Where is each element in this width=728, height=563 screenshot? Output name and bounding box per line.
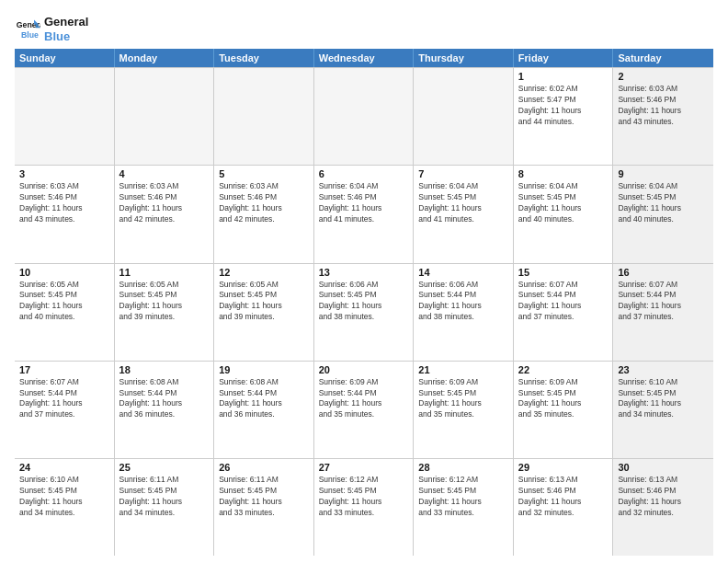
cell-info: Sunrise: 6:07 AMSunset: 5:44 PMDaylight:…: [618, 280, 709, 324]
cell-info: Sunrise: 6:07 AMSunset: 5:44 PMDaylight:…: [19, 377, 109, 421]
cell-info: Sunrise: 6:10 AMSunset: 5:45 PMDaylight:…: [618, 377, 709, 421]
calendar-cell-empty: [214, 68, 314, 165]
day-number: 12: [219, 267, 309, 278]
cell-info: Sunrise: 6:11 AMSunset: 5:45 PMDaylight:…: [219, 475, 309, 519]
calendar-header: SundayMondayTuesdayWednesdayThursdayFrid…: [15, 49, 713, 67]
day-number: 6: [319, 168, 409, 179]
calendar-cell-day-30: 30Sunrise: 6:13 AMSunset: 5:46 PMDayligh…: [613, 459, 713, 556]
day-number: 28: [418, 462, 508, 473]
day-number: 9: [618, 168, 709, 179]
cell-info: Sunrise: 6:02 AMSunset: 5:47 PMDaylight:…: [518, 84, 609, 128]
calendar-cell-day-20: 20Sunrise: 6:09 AMSunset: 5:44 PMDayligh…: [314, 362, 415, 458]
cell-info: Sunrise: 6:05 AMSunset: 5:45 PMDaylight:…: [119, 280, 210, 324]
weekday-header-sunday: Sunday: [15, 49, 115, 67]
day-number: 24: [19, 462, 109, 473]
day-number: 21: [418, 364, 508, 375]
weekday-header-friday: Friday: [514, 49, 614, 67]
cell-info: Sunrise: 6:09 AMSunset: 5:45 PMDaylight:…: [518, 377, 609, 421]
day-number: 18: [119, 364, 210, 375]
day-number: 17: [19, 364, 109, 375]
logo: General Blue General Blue: [15, 15, 88, 43]
calendar-body: 1Sunrise: 6:02 AMSunset: 5:47 PMDaylight…: [15, 67, 713, 556]
calendar-cell-day-5: 5Sunrise: 6:03 AMSunset: 5:46 PMDaylight…: [214, 166, 314, 262]
calendar-cell-day-29: 29Sunrise: 6:13 AMSunset: 5:46 PMDayligh…: [514, 459, 614, 556]
calendar-cell-day-1: 1Sunrise: 6:02 AMSunset: 5:47 PMDaylight…: [514, 68, 614, 165]
day-number: 14: [418, 267, 508, 278]
day-number: 30: [618, 462, 709, 473]
day-number: 23: [618, 364, 709, 375]
weekday-header-monday: Monday: [115, 49, 215, 67]
day-number: 16: [618, 267, 709, 278]
header: General Blue General Blue: [15, 15, 713, 43]
day-number: 3: [19, 168, 109, 179]
calendar-cell-day-23: 23Sunrise: 6:10 AMSunset: 5:45 PMDayligh…: [613, 362, 713, 458]
calendar-cell-day-26: 26Sunrise: 6:11 AMSunset: 5:45 PMDayligh…: [214, 459, 314, 556]
day-number: 7: [418, 168, 508, 179]
calendar-row-2: 3Sunrise: 6:03 AMSunset: 5:46 PMDaylight…: [15, 165, 713, 262]
calendar-cell-day-21: 21Sunrise: 6:09 AMSunset: 5:45 PMDayligh…: [414, 362, 514, 458]
cell-info: Sunrise: 6:08 AMSunset: 5:44 PMDaylight:…: [219, 377, 309, 421]
day-number: 8: [518, 168, 609, 179]
day-number: 25: [119, 462, 210, 473]
calendar-cell-day-12: 12Sunrise: 6:05 AMSunset: 5:45 PMDayligh…: [214, 264, 314, 361]
cell-info: Sunrise: 6:05 AMSunset: 5:45 PMDaylight:…: [19, 280, 109, 324]
weekday-header-tuesday: Tuesday: [214, 49, 314, 67]
weekday-header-saturday: Saturday: [613, 49, 713, 67]
calendar-cell-day-10: 10Sunrise: 6:05 AMSunset: 5:45 PMDayligh…: [15, 264, 115, 361]
calendar-cell-day-6: 6Sunrise: 6:04 AMSunset: 5:46 PMDaylight…: [314, 166, 415, 262]
cell-info: Sunrise: 6:04 AMSunset: 5:45 PMDaylight:…: [518, 181, 609, 225]
day-number: 20: [319, 364, 409, 375]
day-number: 10: [19, 267, 109, 278]
calendar-cell-day-2: 2Sunrise: 6:03 AMSunset: 5:46 PMDaylight…: [613, 68, 713, 165]
weekday-header-wednesday: Wednesday: [314, 49, 415, 67]
cell-info: Sunrise: 6:03 AMSunset: 5:46 PMDaylight:…: [618, 84, 709, 128]
cell-info: Sunrise: 6:07 AMSunset: 5:44 PMDaylight:…: [518, 280, 609, 324]
cell-info: Sunrise: 6:13 AMSunset: 5:46 PMDaylight:…: [618, 475, 709, 519]
day-number: 15: [518, 267, 609, 278]
cell-info: Sunrise: 6:03 AMSunset: 5:46 PMDaylight:…: [119, 181, 210, 225]
cell-info: Sunrise: 6:11 AMSunset: 5:45 PMDaylight:…: [119, 475, 210, 519]
calendar-cell-day-24: 24Sunrise: 6:10 AMSunset: 5:45 PMDayligh…: [15, 459, 115, 556]
cell-info: Sunrise: 6:04 AMSunset: 5:45 PMDaylight:…: [618, 181, 709, 225]
calendar-cell-day-25: 25Sunrise: 6:11 AMSunset: 5:45 PMDayligh…: [115, 459, 215, 556]
logo-icon: General Blue: [15, 17, 40, 42]
cell-info: Sunrise: 6:10 AMSunset: 5:45 PMDaylight:…: [19, 475, 109, 519]
calendar-cell-day-7: 7Sunrise: 6:04 AMSunset: 5:45 PMDaylight…: [414, 166, 514, 262]
day-number: 19: [219, 364, 309, 375]
cell-info: Sunrise: 6:03 AMSunset: 5:46 PMDaylight:…: [219, 181, 309, 225]
cell-info: Sunrise: 6:05 AMSunset: 5:45 PMDaylight:…: [219, 280, 309, 324]
cell-info: Sunrise: 6:03 AMSunset: 5:46 PMDaylight:…: [19, 181, 109, 225]
calendar-row-3: 10Sunrise: 6:05 AMSunset: 5:45 PMDayligh…: [15, 263, 713, 361]
day-number: 22: [518, 364, 609, 375]
day-number: 26: [219, 462, 309, 473]
cell-info: Sunrise: 6:09 AMSunset: 5:45 PMDaylight:…: [418, 377, 508, 421]
calendar-cell-day-9: 9Sunrise: 6:04 AMSunset: 5:45 PMDaylight…: [613, 166, 713, 262]
day-number: 2: [618, 71, 709, 82]
calendar-cell-empty: [314, 68, 415, 165]
logo-line1: General: [44, 15, 88, 29]
cell-info: Sunrise: 6:04 AMSunset: 5:45 PMDaylight:…: [418, 181, 508, 225]
calendar-cell-day-13: 13Sunrise: 6:06 AMSunset: 5:45 PMDayligh…: [314, 264, 415, 361]
calendar-cell-empty: [15, 68, 115, 165]
calendar-cell-day-4: 4Sunrise: 6:03 AMSunset: 5:46 PMDaylight…: [115, 166, 215, 262]
cell-info: Sunrise: 6:09 AMSunset: 5:44 PMDaylight:…: [319, 377, 409, 421]
day-number: 29: [518, 462, 609, 473]
calendar-row-4: 17Sunrise: 6:07 AMSunset: 5:44 PMDayligh…: [15, 361, 713, 458]
day-number: 5: [219, 168, 309, 179]
calendar-cell-empty: [414, 68, 514, 165]
calendar-cell-day-27: 27Sunrise: 6:12 AMSunset: 5:45 PMDayligh…: [314, 459, 415, 556]
calendar-cell-day-11: 11Sunrise: 6:05 AMSunset: 5:45 PMDayligh…: [115, 264, 215, 361]
logo-text: General Blue: [44, 15, 88, 43]
day-number: 13: [319, 267, 409, 278]
calendar-cell-day-16: 16Sunrise: 6:07 AMSunset: 5:44 PMDayligh…: [613, 264, 713, 361]
calendar-row-5: 24Sunrise: 6:10 AMSunset: 5:45 PMDayligh…: [15, 458, 713, 556]
page: General Blue General Blue SundayMondayTu…: [0, 0, 728, 563]
cell-info: Sunrise: 6:12 AMSunset: 5:45 PMDaylight:…: [319, 475, 409, 519]
cell-info: Sunrise: 6:06 AMSunset: 5:44 PMDaylight:…: [418, 280, 508, 324]
calendar-cell-day-14: 14Sunrise: 6:06 AMSunset: 5:44 PMDayligh…: [414, 264, 514, 361]
calendar-cell-day-18: 18Sunrise: 6:08 AMSunset: 5:44 PMDayligh…: [115, 362, 215, 458]
calendar-cell-day-17: 17Sunrise: 6:07 AMSunset: 5:44 PMDayligh…: [15, 362, 115, 458]
calendar-cell-day-28: 28Sunrise: 6:12 AMSunset: 5:45 PMDayligh…: [414, 459, 514, 556]
cell-info: Sunrise: 6:13 AMSunset: 5:46 PMDaylight:…: [518, 475, 609, 519]
day-number: 1: [518, 71, 609, 82]
